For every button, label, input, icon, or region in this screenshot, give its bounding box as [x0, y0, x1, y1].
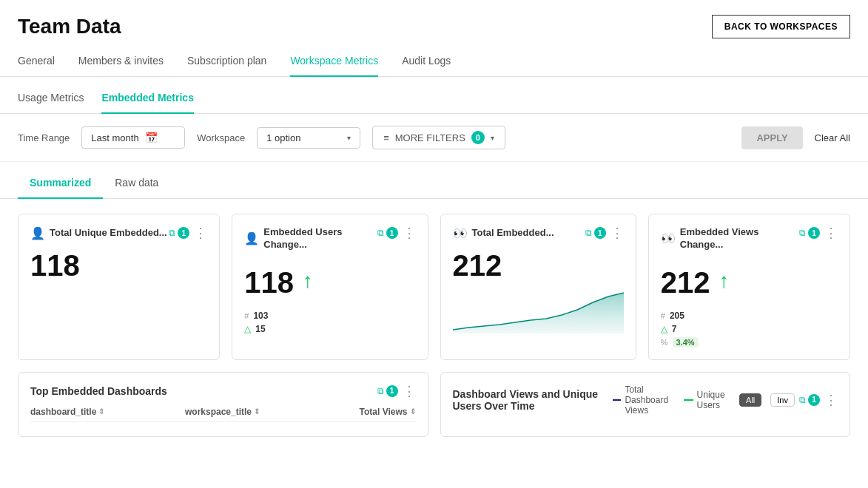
person-icon: 👤	[30, 226, 45, 240]
triangle-up-icon: △	[661, 324, 667, 334]
filter-count: 1	[594, 227, 606, 239]
subtab-usage-metrics[interactable]: Usage Metrics	[18, 86, 84, 114]
trend-up-icon: ↑	[719, 269, 730, 293]
metric-card-total-embedded: 👀 Total Embedded... ⧉ 1 ⋮ 212	[440, 214, 636, 360]
bottom-card-actions: Total Dashboard Views Unique Users All I…	[613, 384, 838, 416]
tab-workspace-metrics[interactable]: Workspace Metrics	[290, 47, 378, 77]
metric-header: 👀 Total Embedded... ⧉ 1 ⋮	[453, 226, 624, 240]
bottom-card-header: Top Embedded Dashboards ⧉ 1 ⋮	[30, 384, 416, 398]
chevron-down-icon: ▾	[347, 134, 351, 142]
tab-subscription[interactable]: Subscription plan	[187, 47, 266, 77]
legend-line-unique-users	[684, 399, 693, 401]
time-range-value: Last month	[91, 132, 138, 143]
more-filters-badge: 0	[471, 131, 485, 144]
metric-title: Embedded Views Change...	[680, 226, 799, 251]
sub-metric-row: # 205	[661, 311, 838, 321]
metrics-grid: 👤 Total Unique Embedded... ⧉ 1 ⋮ 118 👤 E…	[0, 199, 868, 372]
bottom-card-views-over-time: Dashboard Views and Unique Users Over Ti…	[440, 372, 851, 437]
sub-metric-value: 205	[670, 311, 684, 321]
workspace-value: 1 option	[266, 132, 300, 143]
sub-metric-row-3: % 3.4%	[661, 337, 838, 348]
sub-metric-row-2: △ 15	[244, 324, 415, 334]
more-filters-button[interactable]: ≡ MORE FILTERS 0 ▾	[372, 126, 505, 149]
filter-count: 1	[386, 227, 398, 239]
more-options-icon[interactable]: ⋮	[403, 226, 416, 240]
more-filters-chevron-icon: ▾	[491, 134, 494, 142]
clear-all-button[interactable]: Clear All	[815, 132, 850, 143]
chart-svg	[453, 289, 624, 333]
bottom-grid: Top Embedded Dashboards ⧉ 1 ⋮ dashboard_…	[0, 372, 868, 452]
apply-button[interactable]: APPLY	[741, 126, 802, 149]
tab-general[interactable]: General	[18, 47, 55, 77]
legend-btn-all[interactable]: All	[739, 393, 761, 407]
sub-metric-row-2: △ 7	[661, 324, 838, 334]
filter-count: 1	[178, 227, 189, 239]
workspace-select[interactable]: 1 option ▾	[257, 127, 360, 149]
pct-value: 3.4%	[673, 337, 699, 348]
back-to-workspaces-button[interactable]: BACK TO WORKSPACES	[712, 15, 850, 38]
sub-metric-value-2: 15	[255, 324, 265, 334]
more-options-icon[interactable]: ⋮	[194, 226, 207, 240]
metric-actions: ⧉ 1 ⋮	[799, 226, 838, 240]
more-options-icon[interactable]: ⋮	[824, 393, 838, 407]
metric-header: 👤 Embedded Users Change... ⧉ 1 ⋮	[244, 226, 415, 251]
subtab-embedded-metrics[interactable]: Embedded Metrics	[101, 86, 193, 114]
metric-value: 212	[453, 249, 624, 282]
more-options-icon[interactable]: ⋮	[403, 384, 416, 398]
metric-value-row: 118 ↑	[244, 257, 415, 305]
time-range-input[interactable]: Last month 📅	[81, 126, 185, 149]
person-icon: 👤	[244, 231, 259, 245]
chart-area	[453, 289, 624, 333]
eyes-icon: 👀	[661, 231, 676, 245]
sort-icon[interactable]: ⇕	[98, 407, 104, 416]
view-tab-summarized[interactable]: Summarized	[18, 171, 103, 199]
metric-card-embedded-users-change: 👤 Embedded Users Change... ⧉ 1 ⋮ 118 ↑ #…	[232, 214, 428, 360]
triangle-up-icon: △	[244, 324, 251, 334]
more-options-icon[interactable]: ⋮	[610, 226, 624, 240]
sub-metric-value: 103	[253, 311, 268, 321]
metric-value-row: 212 ↑	[661, 257, 838, 305]
tab-members[interactable]: Members & invites	[78, 47, 164, 77]
metric-card-total-unique-embedded: 👤 Total Unique Embedded... ⧉ 1 ⋮ 118	[18, 214, 220, 360]
more-filters-label: MORE FILTERS	[395, 132, 465, 143]
tab-audit-logs[interactable]: Audit Logs	[402, 47, 451, 77]
card-filter-badge[interactable]: ⧉ 1	[377, 385, 398, 397]
sort-icon[interactable]: ⇕	[410, 407, 416, 416]
sort-icon[interactable]: ⇕	[254, 407, 260, 416]
pct-icon: %	[661, 338, 668, 347]
metric-value: 118	[30, 249, 207, 282]
metric-filter-badge[interactable]: ⧉ 1	[585, 227, 606, 239]
view-tab-raw[interactable]: Raw data	[103, 171, 170, 199]
metric-value: 118	[244, 266, 294, 299]
card-filter-badge[interactable]: ⧉ 1	[799, 394, 820, 406]
filter-count: 1	[808, 227, 820, 239]
metric-filter-badge[interactable]: ⧉ 1	[377, 227, 398, 239]
col-workspace-title: workspace_title ⇕	[185, 407, 337, 417]
metric-title: Embedded Users Change...	[263, 226, 377, 251]
more-options-icon[interactable]: ⋮	[824, 226, 838, 240]
legend-item-dashboard-views: Total Dashboard Views	[613, 384, 675, 416]
metric-actions: ⧉ 1 ⋮	[585, 226, 624, 240]
metric-title: Total Unique Embedded...	[50, 227, 167, 240]
filters-bar: Time Range Last month 📅 Workspace 1 opti…	[0, 114, 868, 162]
eyes-icon: 👀	[453, 226, 468, 240]
page-title: Team Data	[18, 15, 121, 38]
bottom-card-title: Top Embedded Dashboards	[30, 385, 167, 397]
metric-actions: ⧉ 1 ⋮	[377, 226, 416, 240]
trend-up-icon: ↑	[303, 269, 313, 293]
sub-metrics: # 103 △ 15	[244, 311, 415, 334]
metric-title-row: 👤 Total Unique Embedded...	[30, 226, 169, 240]
bottom-card-header: Dashboard Views and Unique Users Over Ti…	[453, 384, 838, 416]
main-nav: General Members & invites Subscription p…	[0, 47, 868, 77]
metric-header: 👤 Total Unique Embedded... ⧉ 1 ⋮	[30, 226, 207, 240]
metric-card-embedded-views-change: 👀 Embedded Views Change... ⧉ 1 ⋮ 212 ↑ #…	[648, 214, 850, 360]
legend-btn-inv[interactable]: Inv	[770, 393, 795, 407]
legend-line-dashboard-views	[613, 399, 621, 401]
metric-filter-badge[interactable]: ⧉ 1	[799, 227, 820, 239]
sub-metric-delta: 7	[672, 324, 677, 334]
legend-label-unique-users: Unique Users	[697, 390, 731, 410]
filter-icon: ⧉	[377, 386, 384, 396]
bottom-card-title: Dashboard Views and Unique Users Over Ti…	[453, 388, 613, 412]
metric-filter-badge[interactable]: ⧉ 1	[169, 227, 189, 239]
metric-actions: ⧉ 1 ⋮	[169, 226, 207, 240]
